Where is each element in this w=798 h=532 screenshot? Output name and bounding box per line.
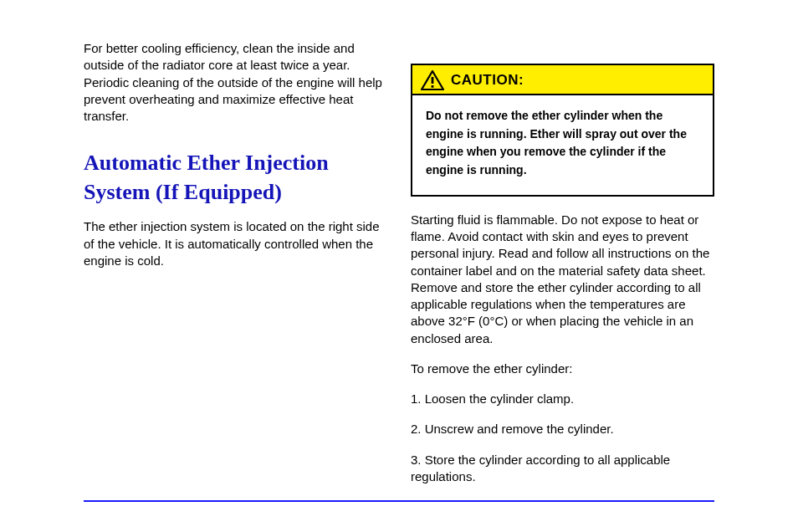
remove-step-1-text: Loosen the cylinder clamp.: [425, 391, 574, 406]
right-column: CAUTION: Do not remove the ether cylinde…: [411, 40, 714, 499]
left-column: For better cooling efficiency, clean the…: [84, 40, 387, 499]
warning-icon: [421, 70, 444, 90]
ether-subtext: The ether injection system is located on…: [84, 218, 387, 269]
remove-heading: To remove the ether cylinder:: [411, 361, 714, 377]
page: For better cooling efficiency, clean the…: [0, 0, 798, 532]
remove-step-1: 1. Loosen the cylinder clamp.: [411, 391, 714, 407]
remove-step-3: 3. Store the cylinder according to all a…: [411, 452, 714, 486]
caution-header: CAUTION:: [412, 65, 713, 95]
svg-rect-0: [432, 77, 434, 84]
cooling-paragraph: For better cooling efficiency, clean the…: [84, 40, 387, 125]
remove-step-3-text: Store the cylinder according to all appl…: [411, 453, 670, 483]
caution-label: CAUTION:: [451, 71, 524, 90]
remove-step-2-text: Unscrew and remove the cylinder.: [425, 422, 614, 436]
two-column-content: For better cooling efficiency, clean the…: [84, 40, 714, 499]
remove-step-2: 2. Unscrew and remove the cylinder.: [411, 421, 714, 437]
caution-panel: CAUTION: Do not remove the ether cylinde…: [411, 64, 714, 197]
svg-rect-1: [432, 85, 434, 88]
footer-rule: [84, 500, 714, 502]
flammable-paragraph: Starting fluid is flammable. Do not expo…: [411, 212, 714, 347]
ether-heading: Automatic Ether Injection System (If Equ…: [84, 148, 387, 207]
caution-body: Do not remove the ether cylinder when th…: [412, 95, 713, 195]
